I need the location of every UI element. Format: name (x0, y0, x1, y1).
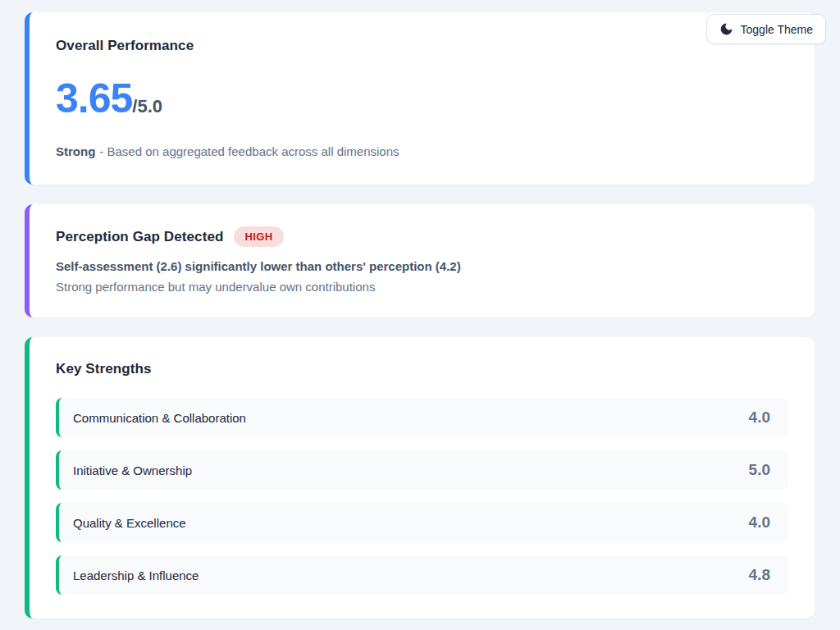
strength-label: Communication & Collaboration (73, 411, 246, 425)
strength-score: 5.0 (749, 461, 770, 479)
key-strengths-list: Communication & Collaboration 4.0 Initia… (56, 398, 788, 595)
key-strengths-title: Key Strengths (56, 361, 788, 377)
overall-description: Strong- Based on aggregated feedback acr… (56, 144, 788, 158)
overall-performance-title: Overall Performance (56, 38, 788, 54)
perception-gap-header: Perception Gap Detected HIGH (56, 226, 788, 247)
strength-label: Initiative & Ownership (73, 463, 192, 477)
performance-dashboard: Toggle Theme Overall Performance 3.65 /5… (0, 0, 840, 630)
moon-icon (719, 22, 733, 36)
perception-gap-note: Strong performance but may undervalue ow… (56, 280, 788, 294)
toggle-theme-label: Toggle Theme (741, 23, 813, 36)
overall-score-value: 3.65 (56, 78, 132, 119)
strength-score: 4.0 (749, 409, 770, 427)
strength-row-leadership: Leadership & Influence 4.8 (56, 555, 788, 595)
strength-label: Quality & Excellence (73, 516, 186, 530)
overall-performance-card: Overall Performance 3.65 /5.0 Strong- Ba… (25, 12, 815, 185)
overall-score: 3.65 /5.0 (56, 78, 788, 119)
strength-row-communication: Communication & Collaboration 4.0 (56, 398, 788, 437)
key-strengths-card: Key Strengths Communication & Collaborat… (25, 337, 815, 619)
perception-gap-title: Perception Gap Detected (56, 229, 223, 245)
strength-score: 4.8 (749, 566, 770, 584)
toggle-theme-button[interactable]: Toggle Theme (706, 14, 826, 44)
perception-gap-summary: Self-assessment (2.6) significantly lowe… (56, 259, 788, 273)
overall-description-text: - Based on aggregated feedback across al… (99, 144, 399, 158)
strength-label: Leadership & Influence (73, 568, 199, 582)
strength-row-quality: Quality & Excellence 4.0 (56, 503, 788, 542)
overall-rating: Strong (56, 144, 95, 158)
strength-score: 4.0 (749, 514, 770, 532)
strength-row-initiative: Initiative & Ownership 5.0 (56, 450, 788, 490)
perception-gap-card: Perception Gap Detected HIGH Self-assess… (25, 204, 815, 317)
severity-badge: HIGH (234, 226, 283, 247)
overall-score-max: /5.0 (132, 96, 162, 117)
